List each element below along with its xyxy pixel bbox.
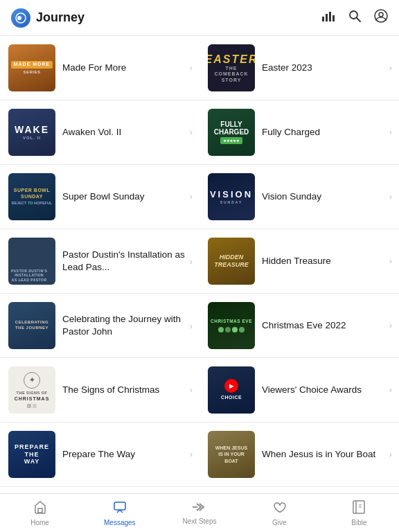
chevron-right-icon: › [389,62,392,73]
svg-point-9 [379,12,383,17]
series-thumbnail: ▶ CHOICE [208,366,255,414]
give-icon [272,500,286,517]
list-item[interactable]: CHRISTMAS EVE Christmas Eve 2022 › [200,294,399,358]
nav-label-bible: Bible [351,519,366,526]
series-info: Easter 2023 › [262,62,392,74]
nav-item-bible[interactable]: Bible [319,497,399,529]
series-thumbnail: MADE MORE SERIES [8,44,55,91]
nav-label-give: Give [272,519,287,526]
series-thumbnail: WHEN JESUSIS IN YOURBOAT [208,431,255,478]
svg-rect-11 [114,502,125,510]
chevron-right-icon: › [389,320,392,330]
nav-label-home: Home [30,519,49,526]
series-thumbnail: CHRISTMAS EVE [208,302,255,349]
svg-rect-5 [332,15,335,21]
series-info: The Signs of Christmas › [62,384,193,396]
series-thumbnail: CELEBRATINGTHE JOURNEY [8,302,55,349]
list-item[interactable]: CELEBRATINGTHE JOURNEY Celebrating the J… [0,294,200,358]
series-info: Super Bowl Sunday › [62,190,193,203]
chevron-right-icon: › [389,449,392,459]
series-thumbnail: FULLYCHARGED ●●●●● [208,109,255,156]
svg-line-7 [357,18,360,21]
series-title: Super Bowl Sunday [62,190,187,203]
chart-icon[interactable] [321,10,335,26]
series-thumbnail: HIDDENTREASURE [208,238,255,285]
list-item[interactable]: HIDDENTREASURE Hidden Treasure › [200,229,399,294]
series-info: Viewers' Choice Awards › [262,384,392,396]
series-thumbnail: EASTER THE COMEBACK STORY [208,44,255,91]
chevron-right-icon: › [190,127,193,137]
next-steps-icon [192,502,207,516]
svg-rect-10 [38,508,42,513]
profile-icon[interactable] [374,9,388,26]
home-icon [33,500,47,517]
series-title: Fully Charged [262,126,387,139]
bible-icon [353,500,365,517]
series-info: Awaken Vol. II › [62,126,193,139]
svg-point-1 [17,16,21,20]
chevron-right-icon: › [389,127,392,137]
chevron-right-icon: › [190,449,193,459]
series-info: Fully Charged › [262,126,392,139]
chevron-right-icon: › [190,321,193,331]
svg-rect-4 [329,12,331,21]
list-item[interactable]: VISION SUNDAY Vision Sunday › [200,165,399,229]
list-item[interactable]: PREPARETHEWAY Prepare The Way › [0,423,200,487]
list-item[interactable]: ✦ THE SIGNS OF CHRISTMAS The Signs of Ch… [0,358,200,423]
chevron-right-icon: › [389,384,392,395]
nav-label-next-steps: Next Steps [183,517,217,525]
list-item[interactable]: WHEN JESUSIS IN YOURBOAT When Jesus is i… [200,423,399,487]
series-thumbnail: WAKE VOL. II [8,109,55,156]
messages-icon [113,500,127,517]
svg-rect-3 [326,14,328,21]
list-item[interactable]: FULLYCHARGED ●●●●● Fully Charged › [200,100,399,165]
series-title: Celebrating the Journey with Pastor John [62,313,187,337]
series-title: When Jesus is in Your Boat [262,448,387,461]
list-item[interactable]: ▶ CHOICE Viewers' Choice Awards › [200,358,399,423]
series-title: Vision Sunday [262,190,387,203]
series-thumbnail: ✦ THE SIGNS OF CHRISTMAS [8,366,55,414]
series-info: Christmas Eve 2022 › [262,319,392,332]
nav-item-give[interactable]: Give [240,497,319,529]
search-icon[interactable] [348,9,362,26]
nav-item-messages[interactable]: Messages [80,497,159,529]
chevron-right-icon: › [389,191,392,202]
chevron-right-icon: › [190,384,193,395]
nav-item-next-steps[interactable]: Next Steps [159,499,239,528]
series-title: Christmas Eve 2022 [262,319,387,332]
nav-item-home[interactable]: Home [0,497,80,529]
series-title: The Signs of Christmas [62,384,187,396]
bottom-navigation: Home Messages Next Steps Give [0,493,399,532]
series-grid: MADE MORE SERIES Made For More › EASTER … [0,36,399,487]
app-header: Journey [0,0,399,36]
series-thumbnail: SUPER BOWLSUNDAY REJECT TO HOPEFUL [8,173,55,220]
main-content: MADE MORE SERIES Made For More › EASTER … [0,36,399,493]
list-item[interactable]: MADE MORE SERIES Made For More › [0,36,200,100]
series-thumbnail: VISION SUNDAY [208,173,255,220]
chevron-right-icon: › [190,256,193,267]
header-actions [321,9,388,26]
series-title: Hidden Treasure [262,255,387,267]
series-info: Pastor Dustin's Installation as Lead Pas… [62,249,193,273]
series-title: Made For More [62,62,187,74]
list-item[interactable]: WAKE VOL. II Awaken Vol. II › [0,100,200,165]
series-title: Awaken Vol. II [62,126,187,139]
series-info: Celebrating the Journey with Pastor John… [62,313,193,337]
series-title: Pastor Dustin's Installation as Lead Pas… [62,249,187,273]
series-thumbnail: PREPARETHEWAY [8,431,55,478]
chevron-right-icon: › [190,62,193,73]
series-info: Vision Sunday › [262,190,392,203]
chevron-right-icon: › [389,256,392,266]
series-title: Prepare The Way [62,448,187,461]
svg-point-6 [350,11,357,19]
nav-label-messages: Messages [104,519,136,526]
series-info: Hidden Treasure › [262,255,392,267]
list-item[interactable]: Pastor Dustin'sInstallationas Lead Pasto… [0,229,200,294]
app-title: Journey [36,10,321,25]
series-thumbnail: Pastor Dustin'sInstallationas Lead Pasto… [8,238,55,285]
svg-rect-2 [322,17,324,21]
list-item[interactable]: EASTER THE COMEBACK STORY Easter 2023 › [200,36,399,100]
series-title: Easter 2023 [262,62,387,74]
list-item[interactable]: SUPER BOWLSUNDAY REJECT TO HOPEFUL Super… [0,165,200,229]
chevron-right-icon: › [190,191,193,202]
